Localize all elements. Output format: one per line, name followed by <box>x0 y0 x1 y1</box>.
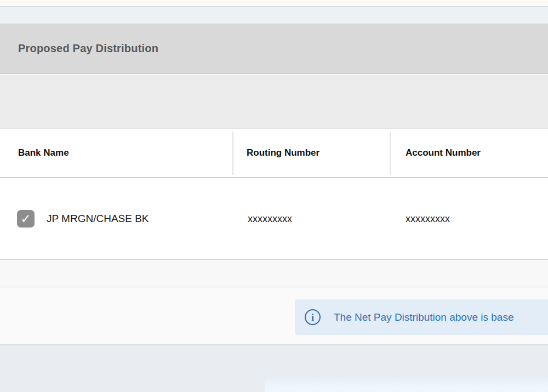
spacer-band-2 <box>0 260 548 287</box>
next-section-panel <box>265 378 548 392</box>
column-header-routing-number: Routing Number <box>247 129 319 177</box>
column-header-bank-name: Bank Name <box>18 129 69 177</box>
info-band: i The Net Pay Distribution above is base <box>0 287 548 345</box>
column-divider <box>232 132 233 175</box>
info-banner: i The Net Pay Distribution above is base <box>295 299 548 335</box>
pay-distribution-table: Bank Name Routing Number Account Number … <box>0 129 548 260</box>
top-strip <box>0 0 548 7</box>
bottom-band <box>0 345 548 392</box>
info-icon: i <box>305 309 321 325</box>
toolbar-band <box>0 7 548 24</box>
checkmark-icon: ✓ <box>20 213 31 225</box>
section-header-band: Proposed Pay Distribution <box>0 24 548 74</box>
column-header-account-number: Account Number <box>406 129 481 177</box>
page-title: Proposed Pay Distribution <box>18 42 158 55</box>
table-row: ✓ JP MRGN/CHASE BK xxxxxxxxx xxxxxxxxx <box>0 178 548 260</box>
column-divider <box>390 132 391 175</box>
routing-number-cell: xxxxxxxxx <box>248 178 292 259</box>
table-header-row: Bank Name Routing Number Account Number <box>0 129 548 178</box>
spacer-band <box>0 75 548 129</box>
bank-name-cell: JP MRGN/CHASE BK <box>47 178 149 259</box>
account-number-cell: xxxxxxxxx <box>406 178 450 259</box>
row-select-checkbox[interactable]: ✓ <box>17 210 35 228</box>
proposed-pay-distribution-screen: Proposed Pay Distribution Bank Name Rout… <box>0 0 548 392</box>
info-banner-text: The Net Pay Distribution above is base <box>334 311 513 323</box>
